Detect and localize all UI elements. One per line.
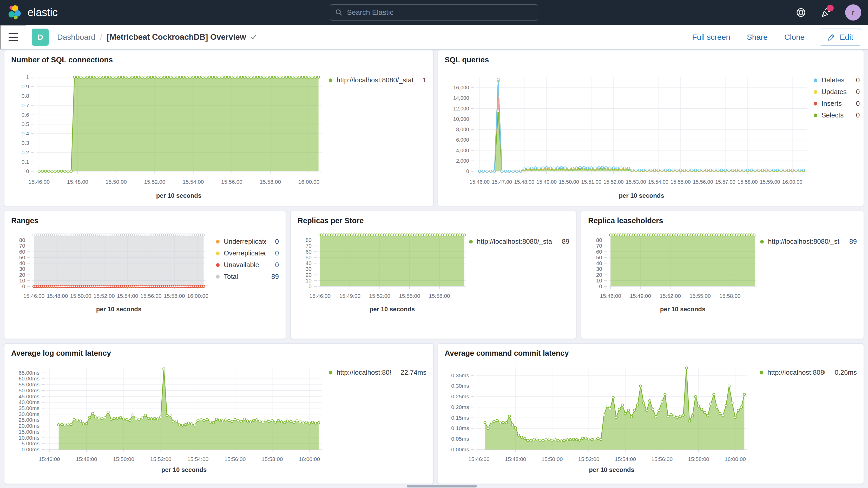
panel-title: Number of SQL connections xyxy=(11,56,427,64)
svg-text:0: 0 xyxy=(26,168,29,174)
chart-ranges[interactable]: 15:46:0015:48:0015:50:0015:52:0015:54:00… xyxy=(11,231,209,316)
legend-label: http://localhost:8080/_sta... xyxy=(477,238,553,246)
svg-text:4,000: 4,000 xyxy=(456,148,469,153)
news-button[interactable] xyxy=(820,7,832,18)
legend-item[interactable]: Overreplicated0 xyxy=(216,249,279,257)
panel-title: Average command commit latency xyxy=(445,349,857,358)
menu-button[interactable] xyxy=(0,25,26,49)
svg-text:15:49:00: 15:49:00 xyxy=(536,179,557,185)
svg-text:15:49:00: 15:49:00 xyxy=(630,293,651,299)
horizontal-scrollbar-thumb[interactable] xyxy=(407,485,477,487)
global-search xyxy=(330,4,538,21)
svg-text:15:46:00: 15:46:00 xyxy=(310,293,331,299)
help-button[interactable] xyxy=(795,7,807,18)
legend-value: 0 xyxy=(851,111,860,119)
legend-value: 89 xyxy=(557,238,569,246)
legend-item[interactable]: http://localhost:8080...0.26ms xyxy=(760,368,857,376)
legend-label: http://localhost:808... xyxy=(337,368,391,376)
legend-label: Underreplicated xyxy=(224,238,266,246)
page-title-text: [Metricbeat CockroachDB] Overview xyxy=(107,32,246,42)
svg-text:15:58:00: 15:58:00 xyxy=(738,179,758,185)
legend-swatch xyxy=(814,102,817,105)
panel-number-of-sql-connections: Number of SQL connections 15:46:0015:48:… xyxy=(4,50,433,206)
legend-swatch xyxy=(760,240,764,243)
chart-average-command-commit-latency[interactable]: 15:46:0015:48:0015:50:0015:52:0015:54:00… xyxy=(445,366,751,482)
svg-text:60: 60 xyxy=(596,249,602,255)
search-input[interactable] xyxy=(346,8,533,17)
panel-ranges: Ranges 15:46:0015:48:0015:50:0015:52:001… xyxy=(4,211,286,339)
svg-text:15:52:00: 15:52:00 xyxy=(578,456,599,462)
breadcrumb-dashboard-link[interactable]: Dashboard xyxy=(57,33,95,41)
legend-item[interactable]: Total89 xyxy=(216,273,279,281)
svg-text:15:56:00: 15:56:00 xyxy=(140,293,162,299)
avatar-initial: r xyxy=(852,8,855,17)
svg-text:0.5: 0.5 xyxy=(22,121,29,127)
legend-swatch xyxy=(814,79,817,82)
page-title[interactable]: [Metricbeat CockroachDB] Overview xyxy=(107,32,257,42)
legend-item[interactable]: http://localhost:8080/_stat...1 xyxy=(329,76,427,84)
legend-item[interactable]: Deletes0 xyxy=(814,76,860,84)
svg-text:40: 40 xyxy=(19,260,25,266)
legend-value: 0 xyxy=(851,99,860,108)
legend-item[interactable]: Inserts0 xyxy=(814,99,860,108)
clone-button[interactable]: Clone xyxy=(783,32,806,42)
svg-text:10: 10 xyxy=(596,277,602,283)
panel-average-log-commit-latency: Average log commit latency 15:46:0015:48… xyxy=(4,343,433,484)
svg-text:0.10ms: 0.10ms xyxy=(451,425,469,431)
top-bar-icons: r xyxy=(795,0,861,25)
svg-text:70: 70 xyxy=(19,243,25,249)
svg-text:per 10 seconds: per 10 seconds xyxy=(660,306,706,313)
svg-text:1: 1 xyxy=(26,74,29,80)
breadcrumb: Dashboard / [Metricbeat CockroachDB] Ove… xyxy=(57,32,257,42)
svg-text:15:50:00: 15:50:00 xyxy=(113,456,134,462)
svg-text:15:50:00: 15:50:00 xyxy=(541,456,563,462)
svg-text:15:48:00: 15:48:00 xyxy=(67,179,88,185)
svg-text:10: 10 xyxy=(306,277,312,283)
svg-text:15:52:00: 15:52:00 xyxy=(94,293,115,299)
chart-replica-leaseholders[interactable]: 15:46:0015:49:0015:52:0015:55:0015:58:00… xyxy=(588,231,760,316)
svg-text:55.00ms: 55.00ms xyxy=(19,382,39,388)
chart-legend: Underreplicated0Overreplicated0Unavailab… xyxy=(216,231,279,284)
legend-item[interactable]: Underreplicated0 xyxy=(216,238,279,246)
legend-value: 0 xyxy=(851,76,860,84)
user-avatar[interactable]: r xyxy=(845,4,861,21)
legend-label: Selects xyxy=(822,111,844,119)
panel-replica-leaseholders: Replica leaseholders 15:46:0015:49:0015:… xyxy=(581,211,864,339)
legend-item[interactable]: Updates0 xyxy=(814,88,860,96)
chart-average-log-commit-latency[interactable]: 15:46:0015:48:0015:50:0015:52:0015:54:00… xyxy=(11,366,326,482)
legend-item[interactable]: http://localhost:808...22.74ms xyxy=(329,368,427,376)
legend-swatch xyxy=(814,114,817,117)
svg-text:15:56:00: 15:56:00 xyxy=(693,179,713,185)
chart-number-of-sql-connections[interactable]: 15:46:0015:48:0015:50:0015:52:0015:54:00… xyxy=(11,73,326,200)
edit-button[interactable]: Edit xyxy=(820,29,861,46)
svg-text:0.2: 0.2 xyxy=(22,149,29,155)
svg-text:0.00ms: 0.00ms xyxy=(22,447,39,452)
legend-item[interactable]: http://localhost:8080/_sta...89 xyxy=(469,238,569,246)
legend-swatch xyxy=(216,263,220,267)
svg-text:per 10 seconds: per 10 seconds xyxy=(370,306,415,313)
space-avatar[interactable]: D xyxy=(32,29,49,46)
svg-text:25.00ms: 25.00ms xyxy=(19,417,39,423)
legend-swatch xyxy=(329,79,332,82)
legend-item[interactable]: http://localhost:8080/_sta...89 xyxy=(760,238,857,246)
svg-text:15:47:00: 15:47:00 xyxy=(492,179,512,185)
svg-text:0: 0 xyxy=(466,169,469,174)
legend-item[interactable]: Selects0 xyxy=(814,111,860,119)
svg-text:15:58:00: 15:58:00 xyxy=(719,293,741,299)
share-button[interactable]: Share xyxy=(745,32,769,42)
full-screen-button[interactable]: Full screen xyxy=(690,32,732,42)
svg-text:15:46:00: 15:46:00 xyxy=(28,179,50,185)
legend-value: 89 xyxy=(266,273,279,281)
svg-text:45.00ms: 45.00ms xyxy=(19,393,39,399)
elastic-logo[interactable]: elastic xyxy=(7,5,58,20)
svg-text:15:46:00: 15:46:00 xyxy=(23,293,45,299)
chart-sql-queries[interactable]: 15:46:0015:47:0015:48:0015:49:0015:50:00… xyxy=(445,73,814,200)
chart-legend: http://localhost:8080...0.26ms xyxy=(760,366,857,380)
svg-text:15:56:00: 15:56:00 xyxy=(224,456,246,462)
legend-swatch xyxy=(329,371,332,374)
chart-replicas-per-store[interactable]: 15:46:0015:49:0015:52:0015:55:0015:58:00… xyxy=(298,231,469,316)
svg-text:80: 80 xyxy=(306,237,312,243)
svg-text:60: 60 xyxy=(19,249,25,255)
svg-text:0.05ms: 0.05ms xyxy=(451,436,469,442)
legend-item[interactable]: Unavailable0 xyxy=(216,261,279,269)
